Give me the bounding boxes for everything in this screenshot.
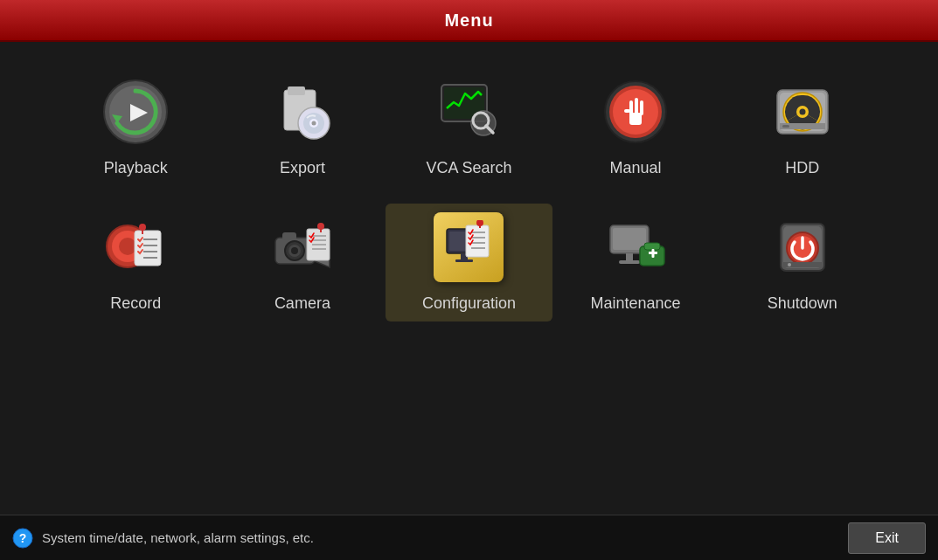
footer: ? System time/date, network, alarm setti…	[0, 515, 938, 560]
menu-item-hdd-label: HDD	[785, 159, 819, 177]
svg-rect-66	[626, 253, 633, 260]
svg-rect-69	[644, 243, 660, 250]
exit-button[interactable]: Exit	[848, 522, 926, 554]
maintenance-icon	[601, 212, 670, 282]
svg-rect-22	[624, 109, 630, 113]
menu-item-playback-label: Playback	[104, 159, 168, 177]
menu-item-camera-label: Camera	[274, 294, 330, 313]
info-icon: ?	[12, 528, 33, 549]
svg-rect-5	[288, 86, 305, 95]
vca-search-icon	[434, 77, 504, 147]
record-icon	[101, 212, 170, 282]
menu-item-manual[interactable]: Manual	[552, 68, 719, 186]
svg-point-77	[788, 263, 791, 266]
svg-point-9	[311, 121, 316, 126]
camera-icon	[268, 212, 337, 282]
menu-item-export-label: Export	[280, 159, 325, 177]
menu-item-maintenance-label: Maintenance	[591, 294, 681, 313]
svg-point-43	[291, 247, 298, 254]
header: Menu	[0, 0, 938, 42]
menu-grid: Playback Export	[52, 68, 886, 321]
main-content: Playback Export	[0, 42, 938, 339]
svg-point-32	[119, 238, 136, 255]
svg-rect-71	[652, 249, 655, 258]
menu-item-vca-search[interactable]: VCA Search	[386, 68, 552, 186]
header-title: Menu	[444, 10, 493, 31]
menu-item-hdd[interactable]: HDD	[719, 68, 886, 186]
svg-rect-29	[782, 125, 789, 128]
menu-item-record[interactable]: Record	[52, 204, 219, 321]
menu-item-shutdown-label: Shutdown	[768, 294, 837, 313]
svg-rect-57	[466, 225, 489, 257]
svg-rect-39	[142, 227, 143, 234]
shutdown-icon	[768, 212, 837, 282]
menu-item-camera[interactable]: Camera	[219, 204, 386, 321]
svg-text:?: ?	[19, 531, 27, 545]
menu-item-configuration[interactable]: Configuration	[386, 204, 552, 321]
menu-item-manual-label: Manual	[610, 159, 662, 177]
manual-icon	[601, 77, 670, 147]
export-icon	[268, 77, 337, 147]
menu-item-configuration-label: Configuration	[422, 294, 516, 313]
footer-info: ? System time/date, network, alarm setti…	[12, 528, 314, 549]
svg-rect-56	[455, 259, 473, 262]
svg-rect-19	[629, 100, 633, 116]
menu-item-maintenance[interactable]: Maintenance	[552, 204, 719, 321]
svg-rect-21	[640, 100, 643, 115]
hdd-icon	[768, 77, 837, 147]
svg-rect-63	[479, 223, 481, 228]
footer-info-text: System time/date, network, alarm setting…	[42, 530, 314, 545]
svg-rect-44	[282, 232, 296, 240]
menu-item-record-label: Record	[110, 294, 161, 313]
menu-item-vca-search-label: VCA Search	[426, 159, 511, 177]
svg-rect-33	[135, 231, 161, 266]
menu-item-shutdown[interactable]: Shutdown	[719, 204, 886, 321]
playback-icon	[101, 77, 170, 147]
svg-rect-20	[635, 98, 638, 115]
svg-rect-67	[619, 260, 640, 264]
configuration-icon	[434, 212, 504, 282]
svg-rect-52	[320, 226, 322, 232]
menu-item-export[interactable]: Export	[219, 68, 386, 186]
svg-point-27	[799, 109, 805, 115]
menu-item-playback[interactable]: Playback	[52, 68, 219, 186]
